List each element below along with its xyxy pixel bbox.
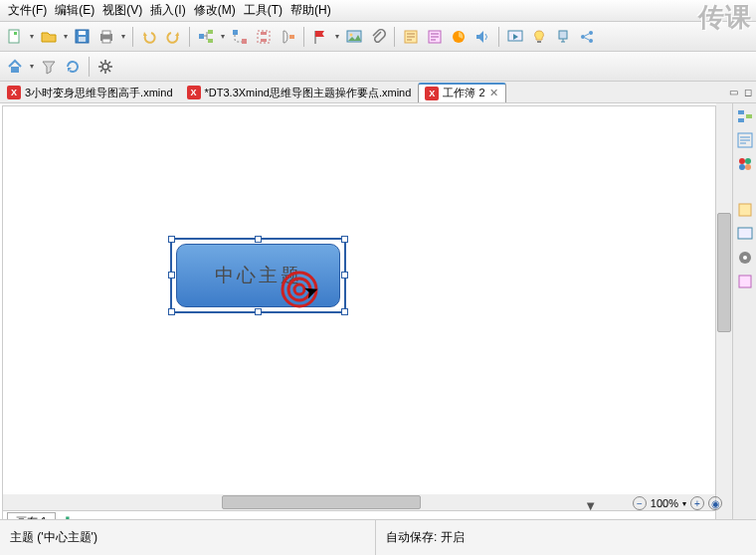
menu-file[interactable]: 文件(F) (4, 0, 51, 21)
svg-rect-8 (199, 34, 204, 39)
view-notes-icon[interactable] (736, 201, 754, 219)
svg-point-18 (350, 33, 353, 36)
presentation-icon[interactable] (504, 26, 526, 48)
subtopic-drop[interactable]: ▾ (219, 32, 227, 41)
gear-icon[interactable] (94, 56, 116, 78)
menu-modify[interactable]: 修改(M) (190, 0, 240, 21)
open-file-drop[interactable]: ▾ (62, 32, 70, 41)
view-markers-icon[interactable] (736, 155, 754, 173)
svg-point-41 (745, 164, 751, 170)
menu-view[interactable]: 视图(V) (98, 0, 146, 21)
tab-file-2[interactable]: X*DT3.3Xmind思维导图主题操作要点.xmind (180, 83, 419, 102)
xmind-file-icon: X (425, 87, 439, 100)
resize-handle[interactable] (168, 308, 175, 315)
menu-edit[interactable]: 编辑(E) (51, 0, 98, 21)
svg-point-45 (743, 256, 747, 260)
svg-rect-16 (289, 35, 294, 39)
xmind-file-icon: X (187, 86, 201, 99)
filter-icon[interactable] (38, 56, 60, 78)
vertical-scrollbar[interactable] (716, 103, 732, 535)
summary-icon[interactable] (277, 26, 298, 48)
svg-point-40 (739, 164, 745, 170)
undo-icon[interactable] (138, 26, 160, 48)
status-bar: 主题 ('中心主题') 自动保存: 开启 (0, 519, 756, 555)
refresh-icon[interactable] (62, 56, 84, 78)
main-area: 中心主题 ➤ 画布 1 ✚ (0, 103, 756, 535)
home-drop[interactable]: ▾ (28, 62, 36, 71)
status-selection: 主题 ('中心主题') (0, 520, 376, 555)
svg-point-38 (739, 158, 745, 164)
minimize-pane-icon[interactable]: ▭ (729, 87, 738, 97)
attachment-icon[interactable] (367, 26, 389, 48)
print-drop[interactable]: ▾ (119, 32, 127, 41)
editor-tabs: X3小时变身思维导图高手.xmind X*DT3.3Xmind思维导图主题操作要… (0, 82, 756, 103)
open-file-icon[interactable] (38, 26, 60, 48)
tab-file-3[interactable]: X工作簿 2✕ (418, 83, 505, 102)
tab-file-1[interactable]: X3小时变身思维导图高手.xmind (0, 83, 180, 102)
audio-icon[interactable] (472, 26, 493, 48)
svg-rect-11 (233, 30, 238, 35)
view-properties-icon[interactable] (736, 131, 754, 149)
toolbar-1: ▾ ▾ ▾ ▾ ▾ (0, 22, 756, 52)
view-task-icon[interactable] (736, 273, 754, 290)
new-file-icon[interactable] (4, 26, 26, 48)
drilldown-icon[interactable] (552, 26, 574, 48)
horizontal-scrollbar[interactable] (3, 494, 715, 510)
zoom-out-button[interactable]: − (633, 496, 647, 510)
svg-rect-22 (476, 35, 479, 39)
svg-rect-7 (102, 39, 110, 43)
svg-rect-29 (11, 67, 19, 73)
image-icon[interactable] (343, 26, 365, 48)
menu-bar: 文件(F) 编辑(E) 视图(V) 插入(I) 修改(M) 工具(T) 帮助(H… (0, 0, 756, 22)
svg-rect-14 (261, 32, 267, 35)
print-icon[interactable] (95, 26, 117, 48)
resize-handle[interactable] (341, 308, 348, 315)
close-tab-icon[interactable]: ✕ (489, 87, 499, 99)
redo-icon[interactable] (162, 26, 184, 48)
svg-rect-25 (559, 31, 567, 39)
resize-handle[interactable] (341, 236, 348, 243)
label-icon[interactable] (424, 26, 446, 48)
view-outline-icon[interactable] (736, 107, 754, 125)
svg-point-26 (581, 35, 585, 39)
new-file-drop[interactable]: ▾ (28, 32, 36, 41)
flag-drop[interactable]: ▾ (333, 32, 341, 41)
zoom-fit-button[interactable]: ◉ (708, 496, 722, 510)
svg-rect-1 (14, 32, 17, 35)
svg-rect-6 (102, 31, 110, 35)
subtopic-icon[interactable] (195, 26, 217, 48)
menu-tools[interactable]: 工具(T) (240, 0, 286, 21)
brainstorm-icon[interactable] (528, 26, 550, 48)
maximize-pane-icon[interactable]: ◻ (744, 87, 752, 97)
resize-handle[interactable] (168, 236, 175, 243)
mindmap-canvas[interactable]: 中心主题 ➤ (3, 106, 715, 494)
flag-icon[interactable] (309, 26, 331, 48)
menu-insert[interactable]: 插入(I) (146, 0, 189, 21)
resize-handle[interactable] (255, 308, 262, 315)
svg-point-28 (589, 39, 593, 43)
svg-rect-12 (242, 39, 247, 44)
task-icon[interactable] (448, 26, 470, 48)
menu-help[interactable]: 帮助(H) (286, 0, 335, 21)
resize-handle[interactable] (168, 272, 175, 278)
view-audio-icon[interactable] (736, 249, 754, 267)
boundary-icon[interactable] (253, 26, 275, 48)
zoom-in-button[interactable]: + (690, 496, 704, 510)
relationship-icon[interactable] (229, 26, 251, 48)
save-file-icon[interactable] (72, 26, 94, 48)
home-icon[interactable] (4, 56, 26, 78)
svg-rect-0 (9, 30, 19, 43)
zoom-controls: − 100% ▾ + ◉ (633, 493, 722, 513)
svg-point-27 (589, 31, 593, 35)
view-browser-icon[interactable] (736, 225, 754, 243)
filter-status-icon[interactable]: ▼ (584, 498, 597, 513)
resize-handle[interactable] (255, 236, 262, 243)
resize-handle[interactable] (341, 272, 348, 278)
tab-label: 工作簿 2 (443, 86, 484, 100)
share-icon[interactable] (576, 26, 598, 48)
note-icon[interactable] (400, 26, 422, 48)
zoom-level[interactable]: 100% (651, 497, 678, 509)
xmind-file-icon: X (7, 86, 21, 99)
svg-rect-42 (739, 204, 751, 216)
zoom-drop[interactable]: ▾ (682, 499, 686, 508)
